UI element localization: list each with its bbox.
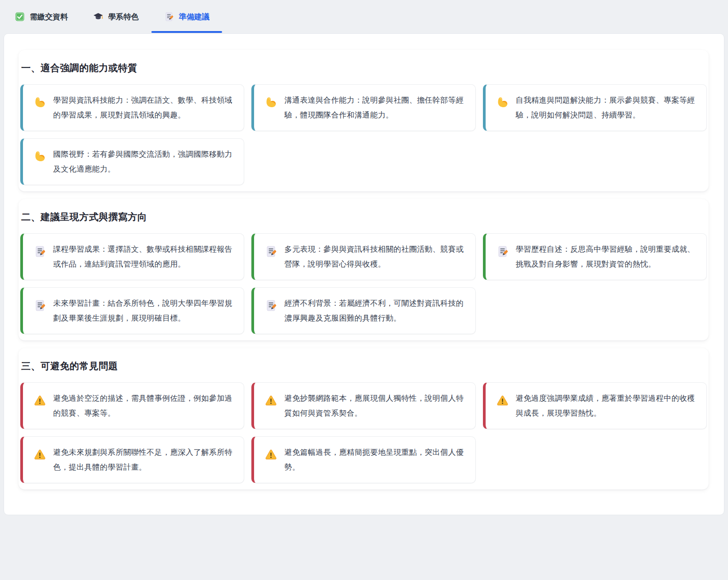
advice-text: 國際視野：若有參與國際交流活動，強調國際移動力及文化適應能力。 bbox=[53, 147, 233, 177]
warning-icon bbox=[34, 394, 46, 407]
flex-bicep-icon bbox=[265, 96, 277, 109]
flex-bicep-icon bbox=[34, 96, 46, 109]
memo-pencil-icon bbox=[265, 245, 277, 258]
section-heading: 三、可避免的常見問題 bbox=[21, 360, 707, 372]
advice-card: 避免抄襲網路範本，應展現個人獨特性，說明個人特質如何與資管系契合。 bbox=[251, 382, 475, 429]
advice-text: 多元表現：參與與資訊科技相關的社團活動、競賽或營隊，說明學習心得與收穫。 bbox=[284, 242, 464, 272]
advice-card: 學習與資訊科技能力：強調在語文、數學、科技領域的學習成果，展現對資訊領域的興趣。 bbox=[20, 84, 244, 131]
advice-card: 未來學習計畫：結合系所特色，說明大學四年學習規劃及畢業後生涯規劃，展現明確目標。 bbox=[20, 287, 244, 334]
advice-text: 學習與資訊科技能力：強調在語文、數學、科技領域的學習成果，展現對資訊領域的興趣。 bbox=[53, 93, 233, 122]
tab-label: 準備建議 bbox=[179, 12, 209, 22]
tab-required-documents[interactable]: 需繳交資料 bbox=[2, 0, 81, 33]
memo-pencil-icon bbox=[34, 245, 46, 258]
section-heading: 二、建議呈現方式與撰寫方向 bbox=[21, 211, 707, 223]
card-grid: 避免過於空泛的描述，需具體事例佐證，例如參加過的競賽、專案等。 避免抄襲網路範本… bbox=[20, 382, 707, 483]
advice-text: 未來學習計畫：結合系所特色，說明大學四年學習規劃及畢業後生涯規劃，展現明確目標。 bbox=[53, 296, 233, 326]
graduation-cap-icon bbox=[93, 12, 103, 22]
section-heading: 一、適合強調的能力或特質 bbox=[21, 62, 707, 74]
advice-card: 避免過於空泛的描述，需具體事例佐證，例如參加過的競賽、專案等。 bbox=[20, 382, 244, 429]
memo-pencil-icon bbox=[34, 299, 46, 312]
advice-card: 避免過度強調學業成績，應著重於學習過程中的收穫與成長，展現學習熱忱。 bbox=[483, 382, 707, 429]
tab-content-panel: 一、適合強調的能力或特質 學習與資訊科技能力：強調在語文、數學、科技領域的學習成… bbox=[4, 33, 724, 515]
advice-text: 課程學習成果：選擇語文、數學或科技相關課程報告或作品，連結到資訊管理領域的應用。 bbox=[53, 242, 233, 272]
flex-bicep-icon bbox=[496, 96, 509, 109]
advice-card: 避免未來規劃與系所關聯性不足，應深入了解系所特色，提出具體的學習計畫。 bbox=[20, 436, 244, 483]
advice-text: 避免抄襲網路範本，應展現個人獨特性，說明個人特質如何與資管系契合。 bbox=[284, 391, 464, 421]
tab-preparation-advice[interactable]: 準備建議 bbox=[151, 0, 222, 33]
memo-pencil-icon bbox=[496, 245, 509, 258]
warning-icon bbox=[34, 449, 46, 461]
section-writing-suggestions: 二、建議呈現方式與撰寫方向 課程學習成果：選擇語文、數學或科技相關課程報告或作品… bbox=[18, 199, 709, 340]
advice-card: 學習歷程自述：反思高中學習經驗，說明重要成就、挑戰及對自身影響，展現對資管的熱忱… bbox=[483, 233, 707, 280]
tab-department-features[interactable]: 學系特色 bbox=[81, 0, 151, 33]
advice-text: 避免過度強調學業成績，應著重於學習過程中的收穫與成長，展現學習熱忱。 bbox=[516, 391, 696, 421]
advice-card: 避免篇幅過長，應精簡扼要地呈現重點，突出個人優勢。 bbox=[251, 436, 475, 483]
advice-text: 避免過於空泛的描述，需具體事例佐證，例如參加過的競賽、專案等。 bbox=[53, 391, 233, 421]
tab-bar: 需繳交資料 學系特色 準備建議 bbox=[0, 0, 728, 33]
warning-icon bbox=[265, 449, 277, 461]
tab-label: 學系特色 bbox=[108, 12, 139, 22]
active-tab-underline bbox=[151, 31, 222, 33]
tab-label: 需繳交資料 bbox=[30, 12, 68, 22]
advice-text: 經濟不利背景：若屬經濟不利，可闡述對資訊科技的濃厚興趣及克服困難的具體行動。 bbox=[284, 296, 464, 326]
advice-card: 經濟不利背景：若屬經濟不利，可闡述對資訊科技的濃厚興趣及克服困難的具體行動。 bbox=[251, 287, 475, 334]
advice-text: 避免未來規劃與系所關聯性不足，應深入了解系所特色，提出具體的學習計畫。 bbox=[53, 445, 233, 475]
advice-card: 課程學習成果：選擇語文、數學或科技相關課程報告或作品，連結到資訊管理領域的應用。 bbox=[20, 233, 244, 280]
advice-text: 溝通表達與合作能力：說明參與社團、擔任幹部等經驗，體現團隊合作和溝通能力。 bbox=[284, 93, 464, 122]
advice-card: 自我精進與問題解決能力：展示參與競賽、專案等經驗，說明如何解決問題、持續學習。 bbox=[483, 84, 707, 131]
advice-card: 多元表現：參與與資訊科技相關的社團活動、競賽或營隊，說明學習心得與收穫。 bbox=[251, 233, 475, 280]
warning-icon bbox=[265, 394, 277, 407]
check-square-icon bbox=[15, 12, 25, 22]
section-strengths: 一、適合強調的能力或特質 學習與資訊科技能力：強調在語文、數學、科技領域的學習成… bbox=[18, 50, 709, 191]
advice-text: 避免篇幅過長，應精簡扼要地呈現重點，突出個人優勢。 bbox=[284, 445, 464, 475]
advice-card: 溝通表達與合作能力：說明參與社團、擔任幹部等經驗，體現團隊合作和溝通能力。 bbox=[251, 84, 475, 131]
card-grid: 學習與資訊科技能力：強調在語文、數學、科技領域的學習成果，展現對資訊領域的興趣。… bbox=[20, 84, 707, 185]
advice-text: 學習歷程自述：反思高中學習經驗，說明重要成就、挑戰及對自身影響，展現對資管的熱忱… bbox=[516, 242, 696, 272]
card-grid: 課程學習成果：選擇語文、數學或科技相關課程報告或作品，連結到資訊管理領域的應用。… bbox=[20, 233, 707, 334]
flex-bicep-icon bbox=[34, 150, 46, 163]
advice-card: 國際視野：若有參與國際交流活動，強調國際移動力及文化適應能力。 bbox=[20, 138, 244, 185]
section-common-pitfalls: 三、可避免的常見問題 避免過於空泛的描述，需具體事例佐證，例如參加過的競賽、專案… bbox=[18, 348, 709, 489]
memo-pencil-icon bbox=[164, 12, 174, 22]
memo-pencil-icon bbox=[265, 299, 277, 312]
advice-text: 自我精進與問題解決能力：展示參與競賽、專案等經驗，說明如何解決問題、持續學習。 bbox=[516, 93, 696, 122]
warning-icon bbox=[496, 394, 509, 407]
